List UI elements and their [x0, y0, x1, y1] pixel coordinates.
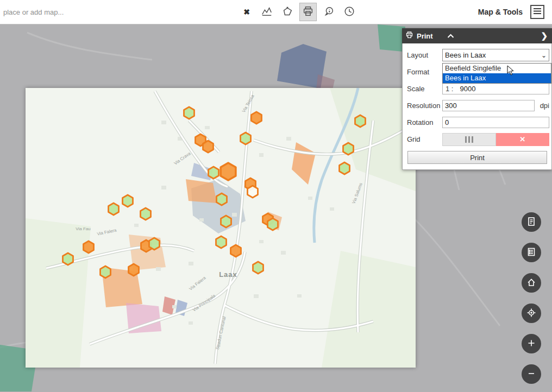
- layout-select-value: Bees in Laax: [445, 51, 486, 59]
- search-input[interactable]: [0, 0, 240, 24]
- resolution-label: Resolution: [407, 102, 442, 110]
- hex-marker-green[interactable]: [241, 132, 251, 144]
- grid-toggle-off-segment[interactable]: ✕: [496, 133, 550, 146]
- resolution-input[interactable]: [442, 100, 535, 111]
- layout-row: Layout Bees in Laax ⌄: [407, 47, 549, 64]
- resolution-unit: dpi: [535, 102, 549, 110]
- hex-marker-green[interactable]: [268, 218, 278, 230]
- hex-marker-green[interactable]: [101, 266, 111, 278]
- hex-marker-green[interactable]: [343, 143, 354, 155]
- hex-marker-orange[interactable]: [84, 241, 94, 253]
- home-button[interactable]: [522, 273, 541, 293]
- layout-label: Layout: [407, 51, 442, 59]
- scale-label: Scale: [407, 85, 442, 93]
- app: ✖: [0, 0, 552, 392]
- chevron-down-icon: ⌄: [541, 52, 547, 59]
- map-tools-label: Map & Tools: [478, 8, 523, 16]
- hex-marker-orange[interactable]: [129, 264, 139, 276]
- legend-icon: [526, 247, 536, 258]
- print-panel-title: Print: [417, 32, 433, 40]
- geolocate-icon: [526, 308, 536, 319]
- hex-marker-orange[interactable]: [203, 141, 214, 153]
- hex-marker-green[interactable]: [355, 115, 366, 127]
- print-tool-button[interactable]: [299, 3, 317, 21]
- grid-toggle[interactable]: ✕: [442, 133, 549, 146]
- print-panel-body: Layout Bees in Laax ⌄ Format Scale: [402, 43, 552, 170]
- zoom-out-button[interactable]: [522, 364, 541, 384]
- print-preview-page: Via CravaVia TeissaVia FaleraVia FauVia …: [26, 88, 416, 368]
- layout-select[interactable]: Bees in Laax ⌄: [442, 49, 549, 61]
- toolbar: ✖: [0, 0, 552, 24]
- map-area[interactable]: Via CravaVia TeissaVia FaleraVia FauVia …: [0, 24, 552, 392]
- grid-toggle-on-segment[interactable]: [442, 133, 496, 146]
- svg-text:Via Fau: Via Fau: [76, 226, 90, 231]
- map-controls: [522, 212, 541, 384]
- grid-label: Grid: [407, 135, 442, 143]
- geolocate-button[interactable]: [522, 304, 541, 323]
- resolution-row: Resolution dpi: [407, 97, 549, 114]
- home-icon: [526, 277, 536, 289]
- rotation-row: Rotation: [407, 114, 549, 131]
- layout-option[interactable]: Bees in Laax: [443, 73, 551, 83]
- hex-marker-green[interactable]: [209, 167, 219, 179]
- hex-marker-green[interactable]: [221, 216, 231, 227]
- preview-map-svg: Via CravaVia TeissaVia FaleraVia FauVia …: [26, 88, 416, 368]
- format-label: Format: [407, 68, 442, 76]
- layout-dropdown-list: Beefield SinglefileBees in Laax: [442, 63, 551, 84]
- hex-marker-orange[interactable]: [221, 163, 236, 180]
- legend-button[interactable]: [522, 243, 541, 262]
- scale-input[interactable]: 1 : 9000: [442, 83, 549, 94]
- printer-icon: [405, 31, 413, 41]
- rotation-input[interactable]: [442, 117, 549, 128]
- scale-prefix: 1 :: [446, 85, 453, 93]
- hamburger-icon: [533, 8, 542, 16]
- hex-marker-green[interactable]: [123, 195, 133, 207]
- close-panel-button[interactable]: ❯: [540, 31, 549, 41]
- profile-icon: [261, 5, 273, 19]
- printer-icon: [302, 5, 314, 19]
- svg-text:Laax: Laax: [219, 270, 237, 279]
- hex-marker-orange[interactable]: [252, 112, 262, 124]
- clear-search-button[interactable]: ✖: [240, 8, 254, 16]
- time-button[interactable]: [341, 3, 358, 21]
- toolbar-tools: [258, 3, 358, 21]
- layout-option[interactable]: Beefield Singlefile: [443, 64, 551, 73]
- grid-row: Grid ✕: [407, 131, 549, 148]
- feature-info-button[interactable]: [320, 3, 337, 21]
- draw-button[interactable]: [279, 3, 296, 21]
- hex-marker-white[interactable]: [248, 186, 258, 198]
- clock-icon: [343, 5, 355, 19]
- hex-marker-green[interactable]: [109, 203, 119, 215]
- svg-text:Stradun Cantunal: Stradun Cantunal: [215, 316, 227, 350]
- print-panel: Print ❯ Layout Bees in Laax ⌄: [402, 28, 552, 170]
- hex-marker-green[interactable]: [340, 162, 350, 174]
- collapse-panel-button[interactable]: [446, 31, 455, 41]
- hex-marker-green[interactable]: [184, 107, 195, 119]
- scale-value: 9000: [460, 85, 475, 93]
- elevation-profile-button[interactable]: [258, 3, 275, 21]
- grid-bars-icon: [465, 136, 467, 143]
- hex-marker-green[interactable]: [216, 236, 227, 248]
- print-button[interactable]: Print: [407, 151, 547, 164]
- report-button[interactable]: [522, 212, 541, 232]
- hex-marker-green[interactable]: [63, 253, 73, 265]
- hex-marker-green[interactable]: [253, 262, 264, 274]
- rotation-label: Rotation: [407, 118, 442, 127]
- hex-marker-green[interactable]: [149, 238, 160, 250]
- svg-text:Via Crava: Via Crava: [173, 151, 192, 166]
- toolbar-right: Map & Tools: [478, 5, 552, 19]
- menu-button[interactable]: [530, 5, 544, 19]
- zoom-in-button[interactable]: [522, 334, 541, 353]
- info-icon: [323, 5, 335, 19]
- search-box: ✖: [0, 0, 254, 24]
- hex-marker-green[interactable]: [141, 208, 151, 220]
- draw-polygon-icon: [281, 5, 293, 19]
- report-icon: [526, 217, 536, 228]
- print-panel-header[interactable]: Print ❯: [402, 28, 552, 43]
- svg-text:Via Falera: Via Falera: [188, 275, 207, 292]
- plus-icon: [526, 338, 536, 350]
- hex-marker-green[interactable]: [217, 193, 227, 205]
- svg-text:Via Salums: Via Salums: [352, 182, 363, 205]
- hex-marker-orange[interactable]: [231, 245, 241, 257]
- chevron-up-icon: [447, 32, 454, 40]
